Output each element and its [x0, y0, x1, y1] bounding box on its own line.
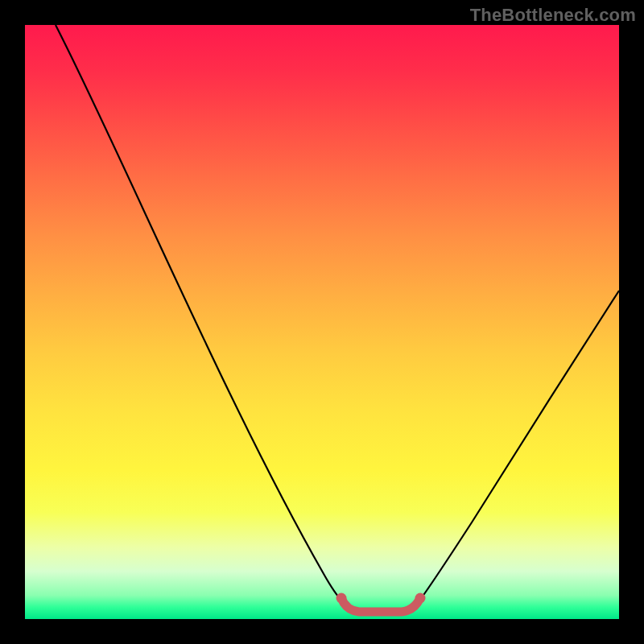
chart-container: TheBottleneck.com: [0, 0, 644, 644]
flat-segment-endpoint-right: [415, 593, 426, 604]
watermark-text: TheBottleneck.com: [470, 5, 636, 26]
flat-segment-endpoint-left: [336, 593, 347, 604]
flat-segment-path: [341, 598, 420, 612]
curve-overlay: [25, 25, 619, 619]
bottleneck-curve-right: [418, 291, 619, 603]
plot-area: [25, 25, 619, 619]
bottleneck-curve-left: [56, 25, 344, 603]
